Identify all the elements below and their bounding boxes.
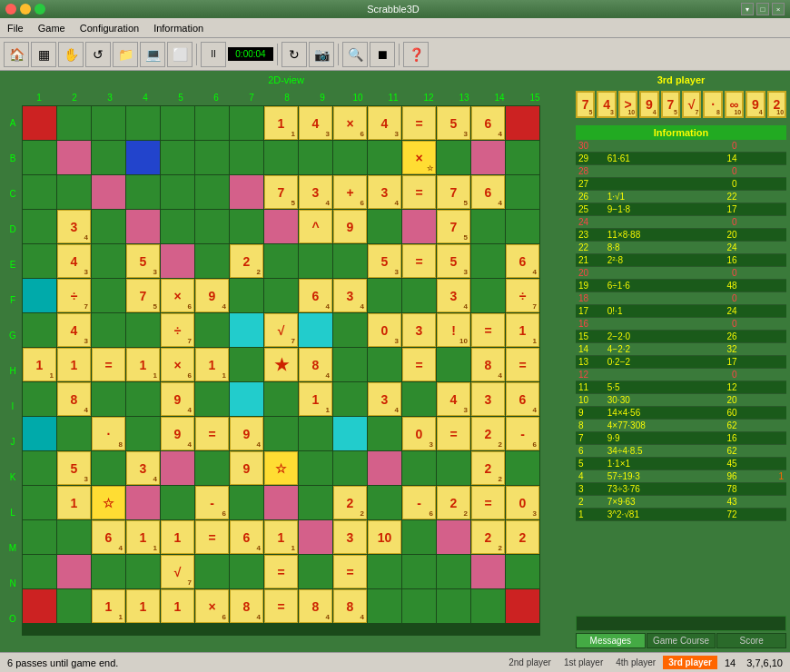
player-status-3[interactable]: 3rd player <box>663 656 717 669</box>
cell-M5[interactable]: 1 <box>161 520 194 554</box>
rack-tile-9[interactable]: 210 <box>767 91 786 118</box>
cell-J6[interactable]: = <box>195 417 229 450</box>
cell-A8[interactable]: 11 <box>264 106 298 140</box>
tab-game-course[interactable]: Game Course <box>647 633 716 648</box>
rack-tile-2[interactable]: >10 <box>618 91 637 118</box>
zoom-btn[interactable]: 🔍 <box>342 42 368 67</box>
cell-F9[interactable]: 64 <box>299 279 332 312</box>
cell-H14[interactable]: 84 <box>471 348 505 381</box>
cell-A9[interactable]: 43 <box>299 106 332 140</box>
cell-O7[interactable]: 84 <box>230 589 263 623</box>
cell-K8[interactable]: ☆ <box>264 451 298 485</box>
open-btn[interactable]: 📁 <box>113 42 138 67</box>
cell-O8[interactable]: = <box>264 589 298 623</box>
cell-O5[interactable]: 1 <box>161 589 194 623</box>
cell-H4[interactable]: 11 <box>126 348 160 381</box>
cell-E15[interactable]: 64 <box>506 244 539 278</box>
view-btn[interactable]: ⬜ <box>167 42 193 67</box>
cell-F5[interactable]: ×6 <box>161 279 194 312</box>
cell-G11[interactable]: 03 <box>368 313 401 347</box>
cell-H15[interactable]: = <box>506 348 539 381</box>
cell-J13[interactable]: = <box>437 417 470 450</box>
cell-K7[interactable]: 9 <box>230 451 263 485</box>
hand-btn[interactable]: ✋ <box>58 42 84 67</box>
cell-O6[interactable]: ×6 <box>195 589 229 623</box>
cell-I5[interactable]: 94 <box>161 382 194 416</box>
cell-G15[interactable]: 11 <box>506 313 539 347</box>
grid-btn[interactable]: ▦ <box>31 42 56 67</box>
cell-H6[interactable]: 11 <box>195 348 229 381</box>
cell-H3[interactable]: = <box>92 348 125 381</box>
cell-J15[interactable]: -6 <box>506 417 539 450</box>
cell-A12[interactable]: = <box>402 106 436 140</box>
menu-file[interactable]: File <box>0 21 31 35</box>
cell-I14[interactable]: 3 <box>471 382 505 416</box>
cell-A14[interactable]: 64 <box>471 106 505 140</box>
cell-F6[interactable]: 94 <box>195 279 229 312</box>
cell-D9[interactable]: ^ <box>299 210 332 243</box>
cell-L15[interactable]: 03 <box>506 486 539 519</box>
cell-I13[interactable]: 43 <box>437 382 470 416</box>
cell-C10[interactable]: +6 <box>333 175 367 209</box>
cell-H12[interactable]: = <box>402 348 436 381</box>
cell-G13[interactable]: !10 <box>437 313 470 347</box>
cell-E13[interactable]: 53 <box>437 244 470 278</box>
rack-tile-1[interactable]: 43 <box>597 91 616 118</box>
cell-M3[interactable]: 64 <box>92 520 125 554</box>
help-btn[interactable]: ❓ <box>403 42 429 67</box>
cell-L12[interactable]: -6 <box>402 486 436 519</box>
cell-D13[interactable]: 75 <box>437 210 470 243</box>
menu-configuration[interactable]: Configuration <box>73 21 146 35</box>
cell-J3[interactable]: ·8 <box>92 417 125 450</box>
cell-G14[interactable]: = <box>471 313 505 347</box>
cell-F13[interactable]: 34 <box>437 279 470 312</box>
cell-O9[interactable]: 84 <box>299 589 332 623</box>
cell-D2[interactable]: 34 <box>57 210 91 243</box>
new-game-btn[interactable]: 🏠 <box>4 42 29 67</box>
cell-C11[interactable]: 34 <box>368 175 401 209</box>
cell-L14[interactable]: = <box>471 486 505 519</box>
close-btn-right[interactable]: × <box>772 3 785 15</box>
pause-button[interactable]: II <box>201 42 226 67</box>
cell-K14[interactable]: 22 <box>471 451 505 485</box>
cell-O10[interactable]: 84 <box>333 589 367 623</box>
cell-L10[interactable]: 22 <box>333 486 367 519</box>
player-status-1[interactable]: 1st player <box>558 656 608 669</box>
rack-tile-7[interactable]: ∞10 <box>725 91 744 118</box>
cell-M4[interactable]: 11 <box>126 520 160 554</box>
player-status-0[interactable]: 2nd player <box>503 656 557 669</box>
refresh-btn[interactable]: ↻ <box>281 42 307 67</box>
cell-M11[interactable]: 10 <box>368 520 401 554</box>
cell-F4[interactable]: 75 <box>126 279 160 312</box>
cell-B12[interactable]: ×☆ <box>402 141 436 174</box>
rack-tile-8[interactable]: 94 <box>746 91 765 118</box>
cell-N8[interactable]: = <box>264 555 298 588</box>
tab-messages[interactable]: Messages <box>576 633 646 648</box>
maximize-button[interactable] <box>35 4 45 15</box>
cell-C12[interactable]: = <box>402 175 436 209</box>
cell-O4[interactable]: 1 <box>126 589 160 623</box>
cell-E11[interactable]: 53 <box>368 244 401 278</box>
cell-I2[interactable]: 84 <box>57 382 91 416</box>
cell-N10[interactable]: = <box>333 555 367 588</box>
restore-btn-right[interactable]: □ <box>756 3 769 15</box>
computer-btn[interactable]: 💻 <box>140 42 165 67</box>
cell-H5[interactable]: ×6 <box>161 348 194 381</box>
cell-K4[interactable]: 34 <box>126 451 160 485</box>
cell-H1[interactable]: 11 <box>23 348 56 381</box>
cell-M8[interactable]: 11 <box>264 520 298 554</box>
rack-tile-6[interactable]: ·8 <box>703 91 722 118</box>
cell-I9[interactable]: 11 <box>299 382 332 416</box>
cell-J5[interactable]: 94 <box>161 417 194 450</box>
cell-C13[interactable]: 75 <box>437 175 470 209</box>
cell-G5[interactable]: ÷7 <box>161 313 194 347</box>
cell-O3[interactable]: 11 <box>92 589 125 623</box>
tab-score[interactable]: Score <box>716 633 786 648</box>
player-status-2[interactable]: 4th player <box>610 656 661 669</box>
cell-E7[interactable]: 22 <box>230 244 263 278</box>
cell-F2[interactable]: ÷7 <box>57 279 91 312</box>
cell-E4[interactable]: 53 <box>126 244 160 278</box>
info-scroll[interactable]: # Word Value Best 3103002961·61142802702… <box>576 140 786 521</box>
cell-M6[interactable]: = <box>195 520 229 554</box>
menu-information[interactable]: Information <box>146 21 211 35</box>
